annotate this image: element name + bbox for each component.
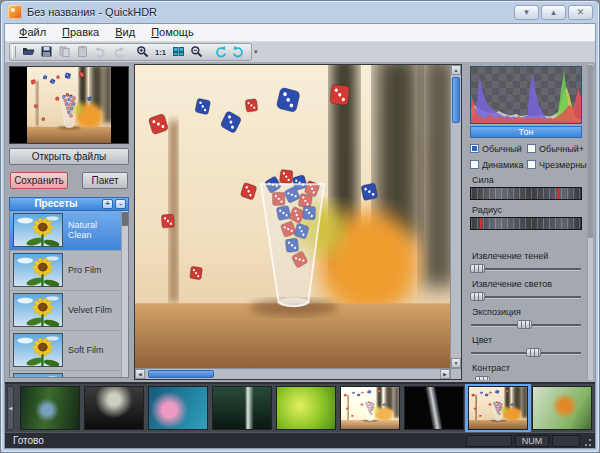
batch-button[interactable]: Пакет: [82, 172, 128, 189]
highlight-extract-label: Извлечение светов: [472, 279, 585, 289]
mode-options: Обычный Обычный+ Динамика Чрезмерный: [470, 144, 585, 170]
open-button[interactable]: [20, 44, 37, 60]
source-preview-image: [27, 67, 111, 143]
preset-item-partial[interactable]: [10, 371, 128, 378]
strength-slider[interactable]: [470, 187, 582, 200]
redo-icon: [112, 45, 125, 58]
paste-button: [74, 44, 91, 60]
filmstrip-thumb-car[interactable]: [84, 386, 144, 430]
status-box: [552, 435, 580, 447]
filmstrip-thumb-dice-bright[interactable]: [340, 386, 400, 430]
horizontal-scrollbar[interactable]: ◀ ▶: [135, 368, 450, 379]
preset-remove-button[interactable]: -: [115, 199, 126, 209]
rotate-right-button[interactable]: [230, 44, 247, 60]
save-button[interactable]: [38, 44, 55, 60]
preset-thumbnail: [13, 333, 63, 367]
tone-section-header[interactable]: Тон: [470, 126, 582, 138]
scroll-down-icon[interactable]: ▼: [451, 358, 461, 368]
slider-thumb[interactable]: [475, 376, 490, 380]
save-floppy-icon: [40, 45, 53, 58]
slider-thumb[interactable]: [470, 292, 485, 301]
shadow-extract-slider[interactable]: [470, 263, 582, 274]
color-label: Цвет: [472, 335, 585, 345]
mode-normal[interactable]: Обычный: [470, 144, 527, 154]
open-folder-icon: [22, 45, 35, 58]
close-button[interactable]: ✕: [568, 5, 593, 20]
menu-item-file[interactable]: Файл: [11, 25, 54, 39]
filmstrip: ◀: [5, 382, 595, 433]
menu-item-help[interactable]: Помощь: [143, 25, 202, 39]
preset-list-scrollbar[interactable]: [121, 211, 128, 377]
maximize-button[interactable]: ▴: [541, 5, 566, 20]
titlebar[interactable]: Без названия - QuickHDR ▾ ▴ ✕: [4, 1, 596, 23]
filmstrip-thumb-waterfall[interactable]: [212, 386, 272, 430]
slider-thumb[interactable]: [517, 320, 532, 329]
radius-slider[interactable]: [470, 217, 582, 230]
highlight-extract-slider[interactable]: [470, 291, 582, 302]
mode-extreme[interactable]: Чрезмерный: [527, 160, 592, 170]
color-slider[interactable]: [470, 347, 582, 358]
filmstrip-thumb-butterfly[interactable]: [532, 386, 592, 430]
image-canvas-area: ▲ ▼ ◀ ▶: [134, 64, 462, 380]
preset-thumbnail: [13, 373, 63, 378]
save-result-button[interactable]: Сохранить: [10, 172, 68, 189]
strength-marker[interactable]: [557, 188, 559, 199]
preset-item-pro-film[interactable]: Pro Film: [10, 251, 128, 291]
menubar: Файл Правка Вид Помощь: [5, 24, 595, 42]
preset-thumbnail: [13, 293, 63, 327]
filmstrip-thumb-dice-current[interactable]: [468, 386, 528, 430]
checkbox-icon: [527, 160, 536, 169]
horizontal-scroll-thumb[interactable]: [148, 370, 214, 378]
filmstrip-collapse-handle[interactable]: ◀: [7, 386, 14, 430]
preset-thumbnail: [13, 253, 63, 287]
mode-normal-plus[interactable]: Обычный+: [527, 144, 592, 154]
zoom-in-button[interactable]: [134, 44, 151, 60]
menu-item-view[interactable]: Вид: [107, 25, 143, 39]
scroll-right-icon[interactable]: ▶: [440, 369, 450, 379]
resize-grip[interactable]: [583, 435, 592, 447]
undo-button: [92, 44, 109, 60]
histogram: [470, 66, 582, 124]
exposure-label: Экспозиция: [472, 307, 585, 317]
scroll-up-icon[interactable]: ▲: [451, 65, 461, 75]
preset-item-soft-film[interactable]: Soft Film: [10, 331, 128, 371]
main-image[interactable]: [135, 65, 450, 368]
filmstrip-thumb-smoke[interactable]: [404, 386, 464, 430]
scroll-corner: [450, 368, 461, 379]
filmstrip-thumb-forest[interactable]: [20, 386, 80, 430]
panel-scrollbar[interactable]: [587, 64, 593, 380]
filmstrip-thumb-underwater[interactable]: [148, 386, 208, 430]
fit-screen-button[interactable]: [170, 44, 187, 60]
source-preview: [9, 66, 129, 144]
zoom-out-button[interactable]: [188, 44, 205, 60]
minimize-button[interactable]: ▾: [514, 5, 539, 20]
exposure-slider[interactable]: [470, 319, 582, 330]
preset-item-natural-clean[interactable]: Natural Clean: [10, 211, 128, 251]
menu-item-edit[interactable]: Правка: [54, 25, 107, 39]
checkbox-icon: [527, 144, 536, 153]
radius-marker[interactable]: [480, 218, 482, 229]
copy-button: [56, 44, 73, 60]
scroll-left-icon[interactable]: ◀: [135, 369, 145, 379]
contrast-label: Контраст: [472, 363, 585, 373]
toolbar: 1:1: [9, 43, 252, 61]
preset-add-button[interactable]: +: [102, 199, 113, 209]
rotate-left-icon: [214, 45, 227, 58]
preset-item-velvet-film[interactable]: Velvet Film: [10, 291, 128, 331]
slider-thumb[interactable]: [470, 264, 485, 273]
vertical-scroll-thumb[interactable]: [452, 77, 460, 123]
app-window: Без названия - QuickHDR ▾ ▴ ✕ Файл Правк…: [0, 0, 600, 453]
left-panel: Открыть файлы Сохранить Пакет Пресеты + …: [7, 64, 131, 380]
toolbar-grip[interactable]: [12, 46, 16, 58]
actual-size-button[interactable]: 1:1: [152, 44, 169, 60]
contrast-slider[interactable]: [470, 375, 582, 380]
slider-thumb[interactable]: [526, 348, 541, 357]
rotate-left-button[interactable]: [212, 44, 229, 60]
svg-text:1:1: 1:1: [155, 48, 166, 57]
vertical-scrollbar[interactable]: ▲ ▼: [450, 65, 461, 368]
open-files-button[interactable]: Открыть файлы: [9, 148, 129, 165]
toolbar-overflow-icon[interactable]: ▾: [254, 48, 258, 56]
mode-dynamic[interactable]: Динамика: [470, 160, 527, 170]
actual-size-icon: 1:1: [153, 45, 168, 58]
filmstrip-thumb-leaves[interactable]: [276, 386, 336, 430]
